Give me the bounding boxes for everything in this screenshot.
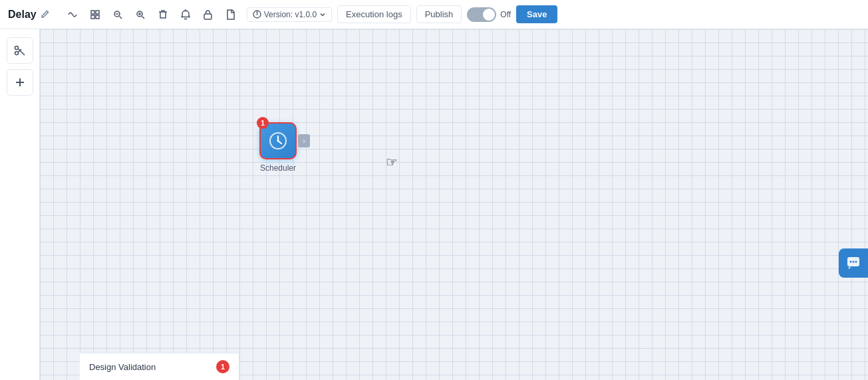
- header: Delay: [0, 0, 868, 29]
- toggle-label: Off: [500, 10, 511, 19]
- delete-icon-btn[interactable]: [152, 4, 174, 25]
- chat-widget-button[interactable]: [839, 248, 868, 278]
- design-validation-error-badge: 1: [216, 360, 229, 373]
- toolbar-icons: [62, 4, 241, 25]
- design-validation-title: Design Validation: [89, 362, 156, 372]
- scissors-button[interactable]: [7, 37, 33, 64]
- svg-point-14: [257, 12, 257, 13]
- edit-title-icon[interactable]: [41, 9, 51, 20]
- execution-logs-button[interactable]: Execution logs: [337, 5, 411, 23]
- svg-point-24: [277, 140, 279, 142]
- page-title-group: Delay: [8, 9, 51, 21]
- node-label: Scheduler: [260, 163, 296, 173]
- file-icon-btn[interactable]: [220, 4, 241, 25]
- canvas[interactable]: 1 › Scheduler ☞: [40, 29, 868, 380]
- bell-icon-btn[interactable]: [175, 4, 196, 25]
- version-badge[interactable]: Version: v1.0.0: [247, 7, 332, 22]
- node-error-badge: 1: [257, 117, 269, 129]
- svg-point-26: [850, 261, 852, 263]
- svg-point-28: [855, 261, 857, 263]
- left-sidebar: [0, 29, 40, 380]
- route-icon-btn[interactable]: [62, 4, 83, 25]
- toggle-group: Off: [467, 7, 511, 22]
- chat-icon: [846, 256, 861, 270]
- svg-rect-3: [96, 15, 99, 19]
- svg-rect-11: [204, 14, 212, 19]
- cursor-pointer: ☞: [386, 155, 398, 169]
- svg-rect-1: [96, 11, 99, 14]
- version-text: Version: v1.0.0: [264, 10, 317, 19]
- page-title: Delay: [8, 9, 37, 21]
- svg-line-8: [142, 16, 144, 19]
- clock-icon: [269, 132, 287, 150]
- scheduler-node[interactable]: 1 › Scheduler: [259, 122, 297, 173]
- toggle-switch[interactable]: [467, 7, 496, 22]
- design-validation-panel[interactable]: Design Validation 1: [80, 353, 239, 380]
- svg-rect-0: [91, 11, 94, 14]
- lock-icon-btn[interactable]: [198, 4, 219, 25]
- publish-button[interactable]: Publish: [416, 5, 462, 23]
- save-button[interactable]: Save: [516, 5, 557, 23]
- zoom-out-icon-btn[interactable]: [107, 4, 128, 25]
- toggle-knob: [483, 9, 495, 21]
- svg-point-27: [853, 261, 855, 263]
- grid-icon-btn[interactable]: [84, 4, 106, 25]
- main-area: 1 › Scheduler ☞: [0, 29, 868, 380]
- add-node-button[interactable]: [7, 69, 33, 96]
- svg-line-5: [119, 16, 122, 19]
- zoom-in-icon-btn[interactable]: [130, 4, 151, 25]
- svg-rect-2: [91, 15, 94, 19]
- node-expand-arrow[interactable]: ›: [298, 134, 310, 147]
